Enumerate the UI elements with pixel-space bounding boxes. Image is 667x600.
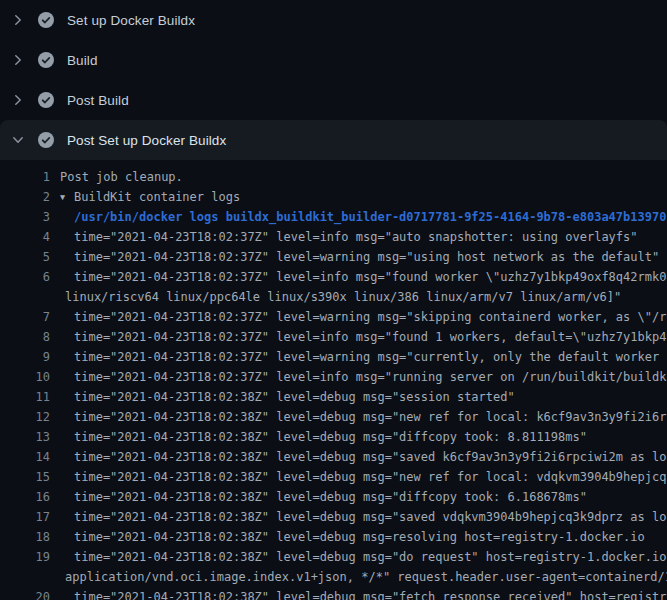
log-line: 10 time="2021-04-23T18:02:37Z" level=inf… <box>0 367 667 387</box>
log-line: 17 time="2021-04-23T18:02:38Z" level=deb… <box>0 507 667 527</box>
line-number[interactable]: 8 <box>0 327 50 347</box>
log-text: time="2021-04-23T18:02:38Z" level=debug … <box>50 527 645 547</box>
chevron-right-icon <box>10 52 26 68</box>
step-list: Set up Docker Buildx Build P <box>0 0 667 160</box>
log-text: time="2021-04-23T18:02:38Z" level=debug … <box>50 407 667 427</box>
line-number[interactable]: 20 <box>0 587 50 600</box>
log-line: 3 /usr/bin/docker logs buildx_buildkit_b… <box>0 207 667 227</box>
log-text: time="2021-04-23T18:02:37Z" level=info m… <box>50 267 667 287</box>
log-text: time="2021-04-23T18:02:37Z" level=warnin… <box>50 347 667 367</box>
step-header-post-build[interactable]: Post Build <box>0 80 667 120</box>
line-number[interactable]: 14 <box>0 447 50 467</box>
log-line: 4 time="2021-04-23T18:02:37Z" level=info… <box>0 227 667 247</box>
log-text: time="2021-04-23T18:02:38Z" level=debug … <box>50 427 587 447</box>
log-line: 5 time="2021-04-23T18:02:37Z" level=warn… <box>0 247 667 267</box>
log-line: 9 time="2021-04-23T18:02:37Z" level=warn… <box>0 347 667 367</box>
log-line: 16 time="2021-04-23T18:02:38Z" level=deb… <box>0 487 667 507</box>
log-line: 1 Post job cleanup. <box>0 167 667 187</box>
log-line: application/vnd.oci.image.index.v1+json,… <box>0 567 667 587</box>
log-text: time="2021-04-23T18:02:38Z" level=debug … <box>50 387 515 407</box>
log-text: time="2021-04-23T18:02:38Z" level=debug … <box>50 467 667 487</box>
log-line: 19 time="2021-04-23T18:02:38Z" level=deb… <box>0 547 667 567</box>
line-number[interactable]: 11 <box>0 387 50 407</box>
line-number[interactable]: 9 <box>0 347 50 367</box>
log-text: BuildKit container logs <box>74 187 240 207</box>
line-number[interactable]: 1 <box>0 167 50 187</box>
line-number[interactable]: 17 <box>0 507 50 527</box>
log-text: linux/riscv64 linux/ppc64le linux/s390x … <box>50 287 621 307</box>
group-collapse-triangle-icon[interactable]: ▼ <box>60 187 74 207</box>
log-text: time="2021-04-23T18:02:37Z" level=warnin… <box>50 307 667 327</box>
line-number[interactable]: 15 <box>0 467 50 487</box>
log-text: time="2021-04-23T18:02:37Z" level=warnin… <box>50 247 659 267</box>
log-text: Post job cleanup. <box>50 167 183 187</box>
log-line: 15 time="2021-04-23T18:02:38Z" level=deb… <box>0 467 667 487</box>
line-number[interactable]: 10 <box>0 367 50 387</box>
step-label: Post Build <box>67 93 129 108</box>
log-text: time="2021-04-23T18:02:38Z" level=debug … <box>50 447 667 467</box>
log-line: 20 time="2021-04-23T18:02:38Z" level=deb… <box>0 587 667 600</box>
workflow-log-viewer: Set up Docker Buildx Build P <box>0 0 667 600</box>
line-number[interactable]: 6 <box>0 267 50 287</box>
chevron-right-icon <box>10 12 26 28</box>
log-text: time="2021-04-23T18:02:38Z" level=debug … <box>50 487 587 507</box>
log-line: 11 time="2021-04-23T18:02:38Z" level=deb… <box>0 387 667 407</box>
log-text: time="2021-04-23T18:02:38Z" level=debug … <box>50 547 667 567</box>
line-number[interactable]: 4 <box>0 227 50 247</box>
check-circle-icon <box>38 92 54 108</box>
line-number[interactable]: 19 <box>0 547 50 567</box>
step-header-set-up-docker-buildx[interactable]: Set up Docker Buildx <box>0 0 667 40</box>
step-header-post-set-up-docker-buildx[interactable]: Post Set up Docker Buildx <box>0 120 667 160</box>
chevron-down-icon <box>10 132 26 148</box>
line-number[interactable]: 16 <box>0 487 50 507</box>
step-label: Set up Docker Buildx <box>67 13 195 28</box>
step-label: Build <box>67 53 98 68</box>
log-line: 6 time="2021-04-23T18:02:37Z" level=info… <box>0 267 667 287</box>
line-number[interactable]: 18 <box>0 527 50 547</box>
log-line: 2 ▼BuildKit container logs <box>0 187 667 207</box>
log-line: 13 time="2021-04-23T18:02:38Z" level=deb… <box>0 427 667 447</box>
line-number[interactable]: 5 <box>0 247 50 267</box>
chevron-right-icon <box>10 92 26 108</box>
log-text: time="2021-04-23T18:02:38Z" level=debug … <box>50 587 667 600</box>
log-text: time="2021-04-23T18:02:37Z" level=info m… <box>50 327 667 347</box>
command-log-text: /usr/bin/docker logs buildx_buildkit_bui… <box>50 207 666 227</box>
line-number[interactable]: 13 <box>0 427 50 447</box>
log-line: 8 time="2021-04-23T18:02:37Z" level=info… <box>0 327 667 347</box>
line-number[interactable]: 2 <box>0 187 50 207</box>
line-number[interactable] <box>0 287 50 307</box>
line-number[interactable]: 12 <box>0 407 50 427</box>
log-text: application/vnd.oci.image.index.v1+json,… <box>50 567 667 587</box>
log-text: time="2021-04-23T18:02:37Z" level=info m… <box>50 367 667 387</box>
log-text: time="2021-04-23T18:02:37Z" level=info m… <box>50 227 638 247</box>
line-number[interactable]: 3 <box>0 207 50 227</box>
step-header-build[interactable]: Build <box>0 40 667 80</box>
log-line: 14 time="2021-04-23T18:02:38Z" level=deb… <box>0 447 667 467</box>
log-line: 12 time="2021-04-23T18:02:38Z" level=deb… <box>0 407 667 427</box>
log-text: time="2021-04-23T18:02:38Z" level=debug … <box>50 507 667 527</box>
log-line: 18 time="2021-04-23T18:02:38Z" level=deb… <box>0 527 667 547</box>
log-line: 7 time="2021-04-23T18:02:37Z" level=warn… <box>0 307 667 327</box>
line-number[interactable] <box>0 567 50 587</box>
line-number[interactable]: 7 <box>0 307 50 327</box>
step-label: Post Set up Docker Buildx <box>67 133 226 148</box>
check-circle-icon <box>38 12 54 28</box>
log-line: linux/riscv64 linux/ppc64le linux/s390x … <box>0 287 667 307</box>
log-area: 1 Post job cleanup. 2 ▼BuildKit containe… <box>0 160 667 600</box>
check-circle-icon <box>38 132 54 148</box>
check-circle-icon <box>38 52 54 68</box>
